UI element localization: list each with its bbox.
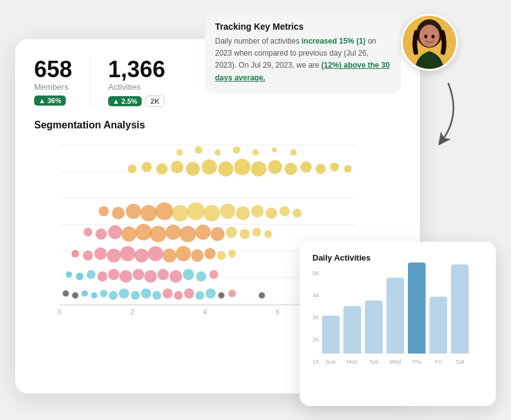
- svg-point-80: [156, 202, 173, 220]
- bar-group-wed: Wed: [386, 278, 404, 365]
- svg-point-67: [150, 226, 166, 242]
- svg-point-25: [131, 291, 140, 300]
- svg-point-19: [72, 292, 78, 299]
- x-label-thu: Thu: [412, 359, 422, 365]
- svg-point-44: [157, 269, 169, 280]
- svg-point-35: [259, 292, 265, 299]
- svg-point-57: [176, 246, 191, 261]
- svg-point-78: [126, 204, 141, 219]
- svg-point-36: [66, 271, 72, 278]
- svg-point-52: [107, 249, 121, 262]
- tracking-highlight-1: increased 15% (1): [302, 37, 366, 46]
- svg-point-22: [100, 290, 108, 297]
- y-axis: 5K 4K 3K 2K 1K: [312, 270, 319, 365]
- svg-point-26: [141, 288, 151, 299]
- daily-activities-card: Daily Activities 5K 4K 3K 2K 1K SunMonTu…: [300, 242, 496, 406]
- svg-text:2: 2: [130, 308, 134, 316]
- bar-group-fri: Fri: [429, 297, 447, 365]
- svg-point-48: [209, 270, 218, 279]
- svg-point-70: [195, 225, 211, 240]
- svg-point-31: [195, 291, 204, 300]
- x-label-fri: Fri: [435, 359, 442, 365]
- svg-point-81: [172, 205, 188, 221]
- svg-point-2: [419, 25, 440, 47]
- svg-point-73: [240, 229, 250, 239]
- bar-tue: [365, 300, 383, 354]
- svg-point-103: [330, 163, 339, 171]
- svg-point-87: [266, 207, 277, 219]
- svg-point-109: [252, 149, 259, 156]
- svg-point-4: [431, 35, 434, 39]
- svg-point-20: [82, 290, 88, 297]
- tracking-highlight-2: (12%) above the 30 days average.: [215, 61, 390, 82]
- bar-group-thu: Thu: [408, 262, 426, 365]
- bar-group-sat: Sat: [451, 264, 469, 365]
- y-label-5k: 5K: [312, 270, 319, 276]
- svg-point-104: [344, 165, 352, 173]
- svg-point-43: [144, 270, 157, 283]
- svg-point-39: [97, 271, 108, 281]
- svg-point-63: [95, 228, 107, 240]
- svg-point-77: [112, 207, 125, 219]
- bar-fri: [429, 297, 447, 354]
- svg-point-32: [206, 288, 216, 299]
- svg-point-28: [163, 288, 173, 299]
- members-number: 658: [34, 57, 72, 82]
- svg-text:4: 4: [203, 308, 207, 316]
- activities-badge-green: ▲ 2.5%: [108, 96, 142, 106]
- x-label-mon: Mon: [347, 359, 358, 365]
- svg-point-41: [120, 270, 132, 283]
- svg-point-105: [176, 149, 183, 156]
- svg-text:6: 6: [276, 308, 280, 316]
- svg-point-53: [120, 246, 135, 261]
- svg-point-23: [109, 291, 118, 300]
- svg-point-51: [94, 247, 107, 260]
- svg-point-37: [76, 273, 83, 280]
- svg-point-83: [204, 205, 220, 221]
- x-label-sat: Sat: [455, 359, 464, 365]
- svg-point-42: [133, 269, 144, 280]
- svg-point-38: [87, 270, 95, 279]
- tracking-card: Tracking Key Metrics Daily number of act…: [205, 13, 401, 93]
- y-label-1k: 1K: [312, 359, 319, 365]
- svg-point-47: [196, 271, 206, 281]
- svg-point-99: [268, 160, 282, 174]
- svg-point-98: [251, 161, 266, 176]
- svg-point-46: [183, 269, 194, 280]
- svg-point-90: [128, 164, 137, 173]
- x-label-wed: Wed: [390, 359, 401, 365]
- svg-point-107: [214, 149, 221, 156]
- svg-point-65: [121, 226, 137, 242]
- svg-point-34: [228, 290, 236, 297]
- svg-point-102: [316, 164, 326, 174]
- x-label-sun: Sun: [326, 359, 336, 365]
- svg-point-60: [217, 251, 226, 260]
- svg-point-21: [91, 292, 97, 299]
- svg-point-86: [251, 205, 264, 218]
- x-label-tue: Tue: [369, 359, 378, 365]
- members-metric: 658 Members ▲ 36%: [34, 57, 90, 106]
- svg-point-24: [119, 288, 129, 299]
- svg-point-54: [135, 249, 149, 262]
- bar-chart-wrapper: 5K 4K 3K 2K 1K SunMonTueWedThuFriSat: [312, 270, 483, 365]
- svg-point-91: [142, 162, 152, 172]
- svg-point-76: [99, 206, 109, 216]
- svg-point-30: [184, 288, 194, 299]
- bar-sun: [322, 316, 340, 354]
- chart-area: SunMonTueWedThuFriSat: [322, 270, 483, 365]
- svg-point-96: [218, 161, 233, 176]
- svg-point-100: [285, 163, 297, 175]
- svg-point-95: [202, 159, 217, 175]
- svg-point-72: [226, 226, 237, 238]
- activities-label: Activities: [108, 82, 165, 92]
- tracking-title: Tracking Key Metrics: [215, 22, 391, 32]
- y-label-3k: 3K: [312, 314, 319, 321]
- svg-point-69: [180, 226, 196, 242]
- svg-point-89: [293, 209, 302, 218]
- members-badges: ▲ 36%: [34, 96, 72, 106]
- svg-point-71: [211, 227, 225, 241]
- svg-point-85: [236, 206, 250, 220]
- members-label: Members: [34, 82, 72, 92]
- svg-point-84: [220, 204, 235, 219]
- svg-point-111: [290, 149, 297, 156]
